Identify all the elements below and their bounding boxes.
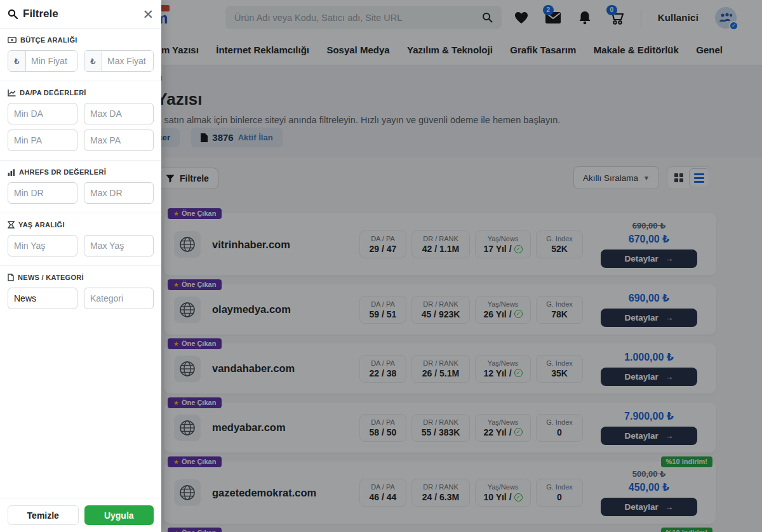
- app-root: m 2 0 Kullanici: [0, 0, 762, 532]
- section-label-text: YAŞ ARALIĞI: [18, 221, 65, 229]
- max-price-group: ₺: [84, 50, 154, 72]
- max-age-input[interactable]: [84, 235, 154, 256]
- apply-button[interactable]: Uygula: [84, 505, 154, 525]
- filter-panel-footer: Temizle Uygula: [0, 498, 161, 532]
- max-dr-input[interactable]: [84, 182, 154, 204]
- file-icon: [8, 274, 14, 281]
- ahrefs-dr-section: AHREFS DR DEĞERLERİ: [0, 161, 161, 213]
- category-select[interactable]: [84, 288, 154, 309]
- min-dr-input[interactable]: [8, 182, 77, 204]
- min-price-input[interactable]: [26, 51, 77, 71]
- search-icon: [8, 9, 18, 19]
- section-label-text: DA/PA DEĞERLERİ: [20, 89, 86, 96]
- max-price-input[interactable]: [102, 51, 153, 71]
- age-section-label: YAŞ ARALIĞI: [8, 221, 154, 229]
- min-pa-input[interactable]: [8, 130, 77, 151]
- close-icon[interactable]: ✕: [142, 8, 154, 21]
- age-section: YAŞ ARALIĞI: [0, 213, 161, 265]
- budget-section: BÜTÇE ARALIĞI ₺ ₺: [0, 29, 161, 81]
- max-da-input[interactable]: [84, 103, 154, 124]
- filter-panel-body: BÜTÇE ARALIĞI ₺ ₺ DA/PA DEĞ: [0, 29, 161, 498]
- lira-icon: ₺: [8, 51, 26, 71]
- hourglass-icon: [8, 221, 15, 229]
- min-age-input[interactable]: [8, 235, 77, 256]
- max-pa-input[interactable]: [84, 130, 154, 151]
- filter-panel: Filtrele ✕ BÜTÇE ARALIĞI ₺ ₺: [0, 0, 161, 532]
- news-select[interactable]: [8, 288, 77, 309]
- ahrefs-dr-section-label: AHREFS DR DEĞERLERİ: [8, 168, 154, 176]
- section-label-text: AHREFS DR DEĞERLERİ: [19, 168, 106, 176]
- section-label-text: BÜTÇE ARALIĞI: [20, 36, 77, 44]
- lira-icon: ₺: [84, 51, 102, 71]
- clear-button[interactable]: Temizle: [8, 505, 79, 525]
- min-price-group: ₺: [8, 50, 77, 72]
- budget-section-label: BÜTÇE ARALIĞI: [8, 36, 154, 44]
- banknote-icon: [8, 37, 17, 43]
- chart-line-icon: [8, 90, 16, 96]
- news-category-section-label: NEWS / KATEGORİ: [8, 274, 154, 281]
- filter-panel-header: Filtrele ✕: [0, 0, 161, 29]
- min-da-input[interactable]: [8, 103, 77, 124]
- news-category-section: NEWS / KATEGORİ: [0, 266, 161, 318]
- da-pa-section: DA/PA DEĞERLERİ: [0, 81, 161, 160]
- da-pa-section-label: DA/PA DEĞERLERİ: [8, 89, 154, 96]
- filter-panel-title: Filtrele: [23, 8, 137, 20]
- section-label-text: NEWS / KATEGORİ: [18, 274, 84, 281]
- bar-chart-icon: [8, 169, 15, 176]
